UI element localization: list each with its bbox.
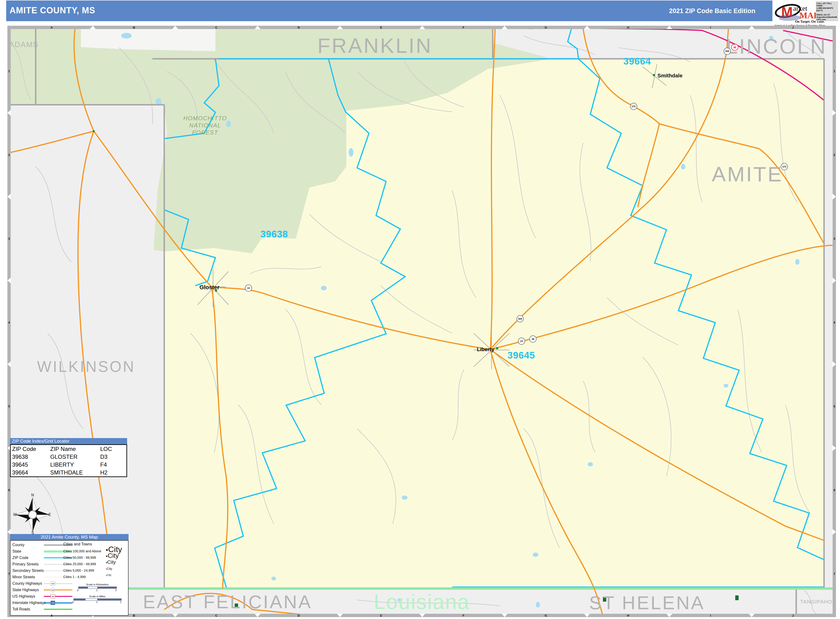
zip-table-cell: 39638 bbox=[11, 453, 50, 461]
legend-scale-tick: 0 bbox=[77, 589, 79, 592]
legend-badge-state-hwy: 123 bbox=[51, 588, 55, 592]
grid-letter-bottom-J: J bbox=[792, 614, 794, 618]
scale-seg bbox=[97, 587, 117, 588]
zip-table-row: 39664SMITHDALEH2 bbox=[11, 468, 126, 476]
county-label-adams: ADAMS bbox=[9, 40, 39, 49]
zip-label-39638: 39638 bbox=[260, 229, 288, 239]
grid-letter-top-F: F bbox=[462, 26, 464, 29]
grid-letter-top-H: H bbox=[627, 26, 629, 29]
legend-sample-toll bbox=[44, 609, 72, 610]
county-label-wilkinson: WILKINSON bbox=[37, 358, 135, 375]
grid-letter-top-I: I bbox=[710, 26, 711, 29]
grid-number-left-5: 5 bbox=[8, 405, 10, 408]
legend-cities-title: Cities and Towns bbox=[63, 542, 92, 546]
grid-number-right-3: 3 bbox=[833, 237, 835, 241]
county-label-franklin: FRANKLIN bbox=[317, 34, 432, 58]
zip-table-row: 39645LIBERTYF4 bbox=[11, 461, 126, 468]
grid-letter-top-B: B bbox=[133, 26, 135, 29]
legend-scale-tick: 2 bbox=[120, 601, 121, 604]
grid-number-right-4: 4 bbox=[833, 321, 835, 324]
grid-number-right-1: 1 bbox=[833, 69, 835, 73]
legend-item-primary-label: Primary Streets bbox=[12, 562, 39, 567]
city-dot-icon: ● bbox=[106, 561, 107, 564]
legend-scale-title: Scale in Miles bbox=[73, 595, 121, 598]
town-label-gloster: Gloster bbox=[199, 284, 220, 291]
legend-item-zip-label: ZIP Code bbox=[12, 556, 28, 560]
highway-badge-24: 24 bbox=[245, 284, 252, 292]
zip-label-39645: 39645 bbox=[507, 350, 535, 361]
grid-letter-top-C: C bbox=[215, 26, 217, 29]
grid-letter-bottom-G: G bbox=[545, 614, 547, 618]
grid-number-right-6: 6 bbox=[833, 488, 835, 492]
legend-item-minor-label: Minor Streets bbox=[12, 575, 35, 579]
legend-item-us-hwy-label: US Highways bbox=[12, 594, 35, 598]
legend-city-class-label: Cities 50,000 - 99,999 bbox=[63, 556, 96, 559]
county-label-tangipahoa: TANGIPAHOA bbox=[800, 599, 836, 605]
zip-table-header-row: ZIP CodeZIP NameLOC bbox=[11, 445, 126, 453]
legend-item-county-label: County bbox=[12, 543, 24, 547]
zip-table-header: LOC bbox=[100, 445, 122, 453]
legend-badge-us-hwy: 123 bbox=[51, 594, 55, 598]
compass-north-label: N bbox=[31, 493, 34, 497]
legend-item-county-hwy-label: County Highways bbox=[12, 582, 42, 586]
city-dot-icon: ● bbox=[106, 547, 108, 552]
legend-scale-title: Scale in Kilometers bbox=[78, 583, 117, 586]
zip-index-table: ZIP CodeZIP NameLOC39638GLOSTERD339645LI… bbox=[10, 444, 127, 477]
legend-scale-tick: 1 bbox=[96, 589, 97, 592]
highway-badge-570: 570 bbox=[781, 163, 788, 170]
grid-number-right-2: 2 bbox=[833, 153, 835, 157]
legend-sample-county-hwy bbox=[44, 583, 72, 584]
franklin-inset-area bbox=[81, 29, 215, 51]
grid-letter-bottom-D: D bbox=[297, 614, 300, 618]
compass-east-label: E bbox=[49, 513, 51, 517]
grid-number-left-6: 6 bbox=[8, 488, 10, 492]
legend-city-sample: ●City bbox=[106, 552, 119, 559]
zip-index-title: ZIP Code Index/Grid Locator bbox=[10, 438, 127, 444]
grid-number-left-1: 1 bbox=[8, 69, 10, 73]
legend-body: CountyStateZIP CodePrimary StreetsSecond… bbox=[10, 540, 129, 616]
legend-city-sample: ●City bbox=[106, 559, 116, 565]
grid-letter-bottom-I: I bbox=[710, 614, 711, 618]
county-label-st-helena: ST HELENA bbox=[589, 592, 705, 614]
legend-sample-us-hwy bbox=[44, 596, 72, 597]
county-label-lincoln: LINCOLN bbox=[726, 34, 827, 58]
legend-title: 2021 Amite County, MS Map bbox=[10, 534, 129, 540]
legend-badge-county-hwy: 123 bbox=[51, 582, 55, 586]
legend-sample-interstate bbox=[44, 603, 72, 604]
grid-letter-bottom-A: A bbox=[51, 614, 52, 618]
highway-badge-569: 569 bbox=[723, 48, 731, 55]
city-dot-icon: ● bbox=[106, 568, 107, 570]
legend-city-class-label: Cities 5,000 - 24,999 bbox=[63, 568, 94, 572]
grid-letter-top-A: A bbox=[51, 26, 52, 29]
grid-number-left-4: 4 bbox=[8, 321, 10, 324]
zip-table-cell: LIBERTY bbox=[50, 461, 100, 468]
zip-table-cell: GLOSTER bbox=[50, 453, 100, 461]
grid-letter-bottom-E: E bbox=[380, 614, 382, 618]
zip-table-cell: D3 bbox=[100, 453, 122, 461]
town-label-liberty: Liberty bbox=[477, 346, 494, 353]
grid-letter-top-G: G bbox=[545, 26, 547, 29]
grid-number-right-5: 5 bbox=[833, 405, 835, 408]
grid-letter-bottom-H: H bbox=[627, 614, 629, 618]
forest-label: HOMOCHITTO NATIONAL FOREST bbox=[183, 115, 227, 136]
legend-city-sample: ●City bbox=[106, 567, 112, 570]
legend-scale-tick: 2 bbox=[115, 589, 117, 592]
highway-badge-48: 48 bbox=[529, 335, 537, 342]
zip-label-39664: 39664 bbox=[623, 56, 651, 67]
legend-city-class-label: Cities 100,000 and Above bbox=[63, 549, 102, 553]
grid-letter-top-E: E bbox=[380, 26, 382, 29]
grid-letter-bottom-F: F bbox=[462, 614, 464, 618]
highway-badge-24: 24 bbox=[518, 338, 525, 345]
legend-city-class-label: Cities 1 - 4,999 bbox=[63, 575, 86, 579]
zip-table-cell: 39645 bbox=[11, 461, 50, 468]
zip-table-header: ZIP Name bbox=[50, 445, 100, 453]
state-label-louisiana: Louisiana bbox=[374, 590, 470, 614]
scale-seg bbox=[97, 598, 121, 600]
legend-city-sample: ●City bbox=[106, 574, 111, 576]
legend-item-state-hwy-label: State Highways bbox=[12, 588, 39, 592]
scale-seg bbox=[73, 598, 85, 600]
legend-city-class-label: Cities 25,000 - 49,999 bbox=[63, 562, 96, 566]
legend-item-interstate-label: Interstate Highways bbox=[12, 601, 46, 605]
grid-number-left-2: 2 bbox=[8, 153, 10, 157]
county-label-east-feliciana: EAST FELICIANA bbox=[143, 591, 312, 613]
